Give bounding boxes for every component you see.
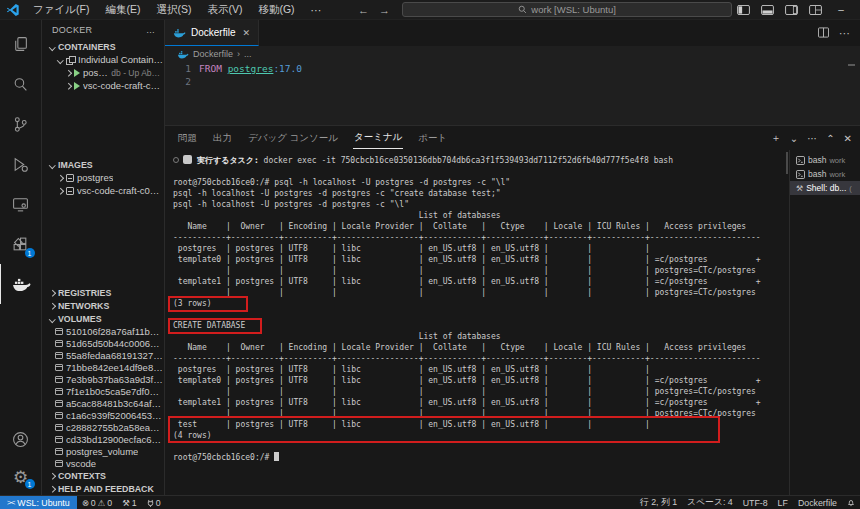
volume-item[interactable]: postgres_volume bbox=[42, 445, 164, 457]
ports-indicator[interactable]: 0 bbox=[142, 498, 166, 508]
panel-close-icon[interactable]: ✕ bbox=[844, 133, 852, 144]
volume-icon bbox=[55, 340, 63, 347]
title-bar: ファイル(F) 編集(E) 選択(S) 表示(V) 移動(G) ⋯ ← → wo… bbox=[0, 0, 860, 20]
terminal-prompt-line: root@750cbcb16ce0:/# bbox=[173, 452, 789, 463]
split-editor-icon[interactable] bbox=[818, 27, 829, 40]
problems-indicator[interactable]: ⊗0 ⚠0 bbox=[77, 498, 118, 508]
image-item-postgres[interactable]: postgres bbox=[42, 171, 164, 184]
menu-go[interactable]: 移動(G) bbox=[251, 1, 301, 19]
docker-extension-icon[interactable] bbox=[0, 264, 42, 304]
terminal-line: root@750cbcb16ce0:/# psql -h localhost -… bbox=[173, 177, 789, 188]
volume-item[interactable]: c28882755b2a58ea958d418ed9... bbox=[42, 421, 164, 433]
remote-explorer-icon[interactable] bbox=[0, 184, 42, 224]
terminal-line bbox=[173, 309, 789, 320]
eol[interactable]: LF bbox=[773, 498, 793, 508]
breadcrumb[interactable]: Dockerfile › ... bbox=[165, 46, 860, 62]
section-volumes[interactable]: VOLUMES bbox=[42, 312, 164, 325]
terminal-instance-shell-task[interactable]: ⚒ Shell: db... ( bbox=[790, 181, 860, 195]
section-registries[interactable]: REGISTRIES bbox=[42, 286, 164, 299]
extensions-badge: 1 bbox=[25, 248, 35, 258]
section-containers[interactable]: CONTAINERS bbox=[42, 40, 164, 53]
new-terminal-icon[interactable]: ＋ bbox=[771, 131, 781, 145]
spinner-icon: ( bbox=[849, 184, 852, 193]
volume-icon bbox=[55, 400, 63, 407]
tab-terminal[interactable]: ターミナル bbox=[353, 127, 403, 149]
container-item-postgres[interactable]: postgres db - Up About a m... bbox=[42, 66, 164, 79]
command-center-search[interactable]: work [WSL: Ubuntu] bbox=[402, 2, 732, 17]
terminal-cursor bbox=[274, 452, 279, 461]
menu-view[interactable]: 表示(V) bbox=[200, 1, 249, 19]
tab-ports[interactable]: ポート bbox=[417, 128, 448, 149]
breadcrumb-separator: › bbox=[237, 49, 240, 59]
section-help-feedback[interactable]: HELP AND FEEDBACK bbox=[42, 482, 164, 495]
volume-icon bbox=[55, 388, 63, 395]
image-item-vsc[interactable]: vsc-code-craft-c05039aa99... bbox=[42, 184, 164, 197]
volume-item[interactable]: c1a6c939f520064538d8c03a67... bbox=[42, 409, 164, 421]
search-sidebar-icon[interactable] bbox=[0, 64, 42, 104]
container-item-vsc[interactable]: vsc-code-craft-c05039aa9... bbox=[42, 79, 164, 92]
task-decoration-icon[interactable] bbox=[173, 157, 179, 163]
terminal-scrollbar[interactable] bbox=[786, 152, 788, 174]
menu-file[interactable]: ファイル(F) bbox=[26, 1, 96, 19]
docker-file-icon bbox=[177, 50, 189, 59]
maximize-button[interactable]: ▢ bbox=[856, 1, 860, 19]
menu-more[interactable]: ⋯ bbox=[304, 2, 329, 18]
section-images[interactable]: IMAGES bbox=[42, 158, 164, 171]
volume-item[interactable]: 7f1e1b0c5ca5e7df075ecac74fcf... bbox=[42, 385, 164, 397]
docker-file-icon bbox=[173, 28, 186, 38]
tab-debug-console[interactable]: デバッグ コンソール bbox=[247, 128, 339, 149]
terminal-instance-bash-1[interactable]: bash work bbox=[790, 153, 860, 167]
section-networks[interactable]: NETWORKS bbox=[42, 299, 164, 312]
language-mode[interactable]: Dockerfile bbox=[793, 498, 842, 508]
group-individual-containers[interactable]: Individual Containers bbox=[42, 53, 164, 66]
volume-item[interactable]: 71bbe842ee14df9e8294ece7ce... bbox=[42, 361, 164, 373]
volume-item[interactable]: cd33bd12900ecfac6eabf517a10... bbox=[42, 433, 164, 445]
minimap[interactable] bbox=[847, 62, 857, 116]
editor-more-actions-icon[interactable]: ⋯ bbox=[839, 27, 850, 40]
tab-close-icon[interactable]: ✕ bbox=[242, 28, 250, 38]
image-icon bbox=[66, 174, 74, 182]
terminal-instance-bash-2[interactable]: bash work bbox=[790, 167, 860, 181]
volume-item[interactable]: a5cac88481b3c64af033eeacc0e... bbox=[42, 397, 164, 409]
panel-more-icon[interactable]: ⋯ bbox=[807, 133, 817, 144]
volume-icon bbox=[55, 448, 63, 455]
remote-indicator[interactable]: >< WSL: Ubuntu bbox=[0, 496, 77, 509]
cursor-position[interactable]: 行 2, 列 1 bbox=[635, 497, 682, 509]
menu-selection[interactable]: 選択(S) bbox=[149, 1, 198, 19]
notifications-bell-icon[interactable] bbox=[842, 498, 860, 507]
sidebar-more-icon[interactable]: … bbox=[146, 25, 156, 35]
customize-layout-icon[interactable] bbox=[804, 2, 826, 18]
tasks-indicator[interactable]: ⚒1 bbox=[117, 498, 142, 508]
toggle-primary-sidebar-icon[interactable] bbox=[732, 2, 754, 18]
minimize-button[interactable]: – bbox=[828, 1, 854, 19]
encoding[interactable]: UTF-8 bbox=[738, 498, 773, 508]
terminal-line: CREATE DATABASE bbox=[173, 320, 789, 331]
account-icon[interactable] bbox=[0, 419, 42, 459]
terminal-output[interactable]: 実行するタスク: docker exec -it 750cbcb16ce0350… bbox=[165, 150, 789, 495]
terminal-line: postgres | postgres | UTF8 | libc | en_U… bbox=[173, 364, 789, 375]
explorer-icon[interactable] bbox=[0, 24, 42, 64]
terminal-dropdown-icon[interactable]: ⌄ bbox=[790, 133, 798, 144]
panel-maximize-icon[interactable]: ⌃ bbox=[826, 133, 834, 144]
volume-item[interactable]: 510106f28a76af11b6f4f841a5ec... bbox=[42, 325, 164, 337]
volume-item[interactable]: 55a8fedaa681913276147ab9e4... bbox=[42, 349, 164, 361]
settings-gear-icon[interactable]: ⚙ 1 bbox=[0, 459, 42, 495]
toggle-secondary-sidebar-icon[interactable] bbox=[780, 2, 802, 18]
run-debug-icon[interactable] bbox=[0, 144, 42, 184]
toggle-panel-icon[interactable] bbox=[756, 2, 778, 18]
search-value: work [WSL: Ubuntu] bbox=[531, 4, 615, 15]
menu-edit[interactable]: 編集(E) bbox=[98, 1, 147, 19]
tab-dockerfile[interactable]: Dockerfile ✕ bbox=[165, 20, 259, 46]
extensions-icon[interactable]: 1 bbox=[0, 224, 42, 264]
source-control-icon[interactable] bbox=[0, 104, 42, 144]
tab-problems[interactable]: 問題 bbox=[177, 128, 198, 149]
nav-forward-icon[interactable]: → bbox=[379, 4, 390, 16]
tab-output[interactable]: 出力 bbox=[212, 128, 233, 149]
volume-item[interactable]: 51d65d50b44c00063e5f23ef84c... bbox=[42, 337, 164, 349]
nav-back-icon[interactable]: ← bbox=[358, 4, 369, 16]
volume-item[interactable]: vscode bbox=[42, 457, 164, 469]
section-contexts[interactable]: CONTEXTS bbox=[42, 469, 164, 482]
indentation[interactable]: スペース: 4 bbox=[682, 497, 738, 509]
code-editor[interactable]: 1 2 FROM postgres:17.0 bbox=[165, 62, 860, 125]
volume-item[interactable]: 7e3b9b37ba63a9d3f686356050... bbox=[42, 373, 164, 385]
